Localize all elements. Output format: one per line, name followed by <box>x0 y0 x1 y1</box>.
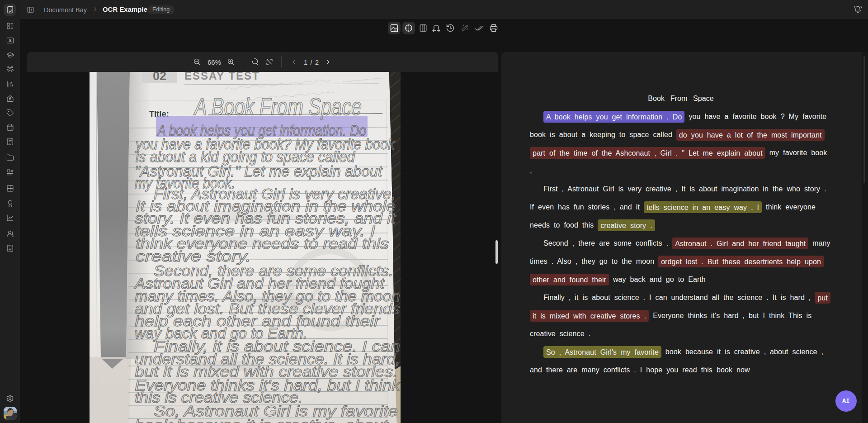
svg-text:book because it is creative, a: book because it is creative, about <box>135 416 389 423</box>
svg-text:02: 02 <box>153 72 166 83</box>
svg-text:A Book From Space: A Book From Space <box>193 93 362 120</box>
svg-text:ESSAY TEST: ESSAY TEST <box>184 72 260 82</box>
